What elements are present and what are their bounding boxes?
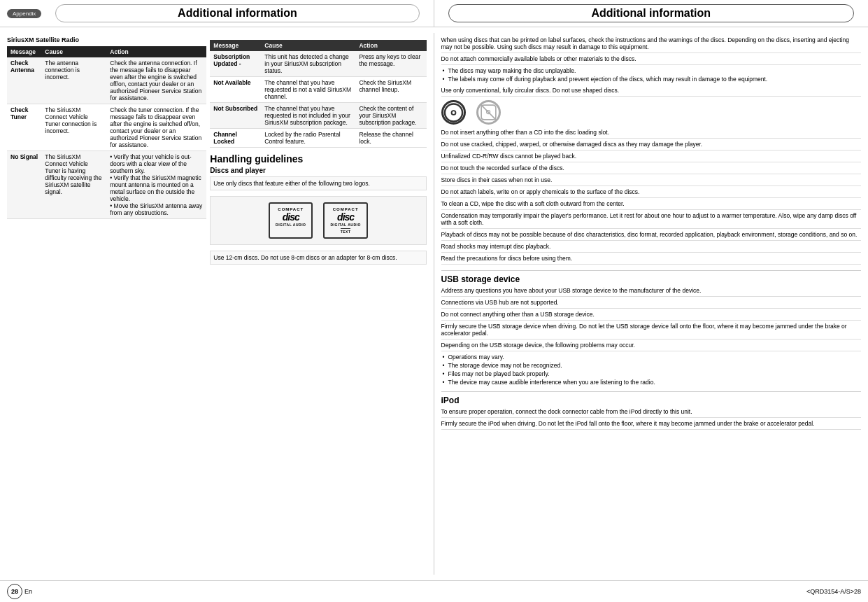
sirius-table-row: Check Antenna The antenna connection is … xyxy=(7,57,206,104)
usb-section: USB storage device Address any questions… xyxy=(441,270,862,386)
sirius-col-cause: Cause xyxy=(41,46,106,57)
subscription-handling-section: Message Cause Action Subscription Update… xyxy=(210,36,426,265)
left-column: SiriusXM Satellite Radio Message Cause A… xyxy=(0,33,434,575)
header-title-right: Additional information xyxy=(448,4,855,22)
disc-logo-2-text: TEXT xyxy=(341,228,351,234)
disc-rule-circular: Use only conventional, fully circular di… xyxy=(441,87,862,97)
sub-msg-2: Not Subscribed xyxy=(210,103,261,129)
appendix-tab: Appendix xyxy=(7,9,41,18)
disc-label-rule-1: Do not attach commercially available lab… xyxy=(441,55,862,65)
no-disc-icon xyxy=(476,100,501,125)
svg-line-3 xyxy=(481,105,496,120)
page-number: 28 xyxy=(7,584,22,599)
disc-rule-8: Playback of discs may not be possible be… xyxy=(441,231,862,241)
sub-action-1: Check the SiriusXM channel lineup. xyxy=(355,77,426,103)
discs-player-title: Discs and player xyxy=(210,167,426,174)
disc-rules-list: Do not insert anything other than a CD i… xyxy=(441,129,862,265)
sirius-table-header-row: Message Cause Action xyxy=(7,46,206,57)
ipod-rule-0: To ensure proper operation, connect the … xyxy=(441,408,862,418)
usb-bullet-0: Operations may vary. xyxy=(441,354,862,360)
sub-col-action: Action xyxy=(355,40,426,51)
usb-rules-list: Address any questions you have about you… xyxy=(441,287,862,351)
disc-logo-2-main: disc xyxy=(337,211,354,223)
ipod-section: iPod To ensure proper operation, connect… xyxy=(441,391,862,430)
sub-cause-0: This unit has detected a change in your … xyxy=(261,51,355,77)
usb-bullet-2: Files may not be played back properly. xyxy=(441,370,862,377)
disc-label-rules: When using discs that can be printed on … xyxy=(441,36,862,83)
conventional-disc-text: Use only conventional, fully circular di… xyxy=(441,87,862,125)
sub-table-row: Channel Locked Locked by the radio Paren… xyxy=(210,129,426,148)
disc-rule-4: Store discs in their cases when not in u… xyxy=(441,176,862,186)
disc-rule-6: To clean a CD, wipe the disc with a soft… xyxy=(441,200,862,210)
disc-logo-1: COMPACT disc DIGITAL AUDIO xyxy=(269,202,313,239)
sirius-cause-2: The SiriusXM Connect Vehicle Tuner is ha… xyxy=(41,151,106,219)
sirius-msg-2: No Signal xyxy=(7,151,41,219)
use-12cm-text: Use 12-cm discs. Do not use 8-cm discs o… xyxy=(210,251,426,265)
sub-table-row: Subscription Updated - This unit has det… xyxy=(210,51,426,77)
sub-msg-0: Subscription Updated - xyxy=(210,51,261,77)
sub-cause-1: The channel that you have requested is n… xyxy=(261,77,355,103)
header-title-left: Additional information xyxy=(55,4,419,22)
disc-logo-2-sub: DIGITAL AUDIO xyxy=(330,223,360,227)
sirius-col-message: Message xyxy=(7,46,41,57)
sub-msg-1: Not Available xyxy=(210,77,261,103)
sirius-action-1: Check the tuner connection. If the messa… xyxy=(106,104,206,151)
svg-point-1 xyxy=(451,111,455,115)
model-code: <QRD3154-A/S>28 xyxy=(806,588,861,595)
ipod-section-title: iPod xyxy=(441,391,862,405)
disc-rule-5: Do not attach labels, write on or apply … xyxy=(441,188,862,198)
usb-rule-3: Firmly secure the USB storage device whe… xyxy=(441,323,862,340)
disc-guidelines: Use only conventional, fully circular di… xyxy=(441,87,862,430)
sub-msg-3: Channel Locked xyxy=(210,129,261,148)
sub-col-cause: Cause xyxy=(261,40,355,51)
usb-bullets-list: Operations may vary.The storage device m… xyxy=(441,354,862,386)
handling-section: Handling guidelines Discs and player Use… xyxy=(210,153,426,265)
sub-cause-2: The channel that you have requested is n… xyxy=(261,103,355,129)
left-inner: SiriusXM Satellite Radio Message Cause A… xyxy=(7,36,427,265)
sub-table-header-row: Message Cause Action xyxy=(210,40,426,51)
page-header: Appendix Additional information Addition… xyxy=(0,0,868,27)
svg-point-0 xyxy=(444,104,462,121)
sub-table-row: Not Subscribed The channel that you have… xyxy=(210,103,426,129)
sirius-table-row: Check Tuner The SiriusXM Connect Vehicle… xyxy=(7,104,206,151)
disc-label-section: When using discs that can be printed on … xyxy=(441,36,862,83)
usb-rule-0: Address any questions you have about you… xyxy=(441,287,862,297)
sirius-table: Message Cause Action Check Antenna The a… xyxy=(7,46,206,219)
disc-rule-10: Read the precautions for discs before us… xyxy=(441,255,862,265)
sirius-cause-0: The antenna connection is incorrect. xyxy=(41,57,106,104)
disc-rule-7: Condensation may temporarily impair the … xyxy=(441,212,862,229)
disc-rule-2: Unfinalized CD-R/RW discs cannot be play… xyxy=(441,153,862,162)
ipod-rules-list: To ensure proper operation, connect the … xyxy=(441,408,862,430)
sirius-action-0: Check the antenna connection. If the mes… xyxy=(106,57,206,104)
right-column: When using discs that can be printed on … xyxy=(434,33,869,575)
sirius-action-2: • Verify that your vehicle is out-doors … xyxy=(106,151,206,219)
sirius-msg-1: Check Tuner xyxy=(7,104,41,151)
sirius-section-title: SiriusXM Satellite Radio xyxy=(7,36,206,43)
sirius-table-row: No Signal The SiriusXM Connect Vehicle T… xyxy=(7,151,206,219)
sub-cause-3: Locked by the radio Parental Control fea… xyxy=(261,129,355,148)
disc-rule-0: Do not insert anything other than a CD i… xyxy=(441,129,862,139)
sub-action-0: Press any keys to clear the message. xyxy=(355,51,426,77)
sub-action-2: Check the content of your SiriusXM subsc… xyxy=(355,103,426,129)
header-left: Appendix Additional information xyxy=(0,0,434,27)
sub-col-message: Message xyxy=(210,40,261,51)
handling-title: Handling guidelines xyxy=(210,153,426,164)
disc-rule-1: Do not use cracked, chipped, warped, or … xyxy=(441,141,862,150)
page-footer: 28 En <QRD3154-A/S>28 xyxy=(0,580,868,602)
usb-rule-1: Connections via USB hub are not supporte… xyxy=(441,299,862,309)
main-content: SiriusXM Satellite Radio Message Cause A… xyxy=(0,27,868,580)
sub-table-row: Not Available The channel that you have … xyxy=(210,77,426,103)
disc-logo-2: COMPACT disc DIGITAL AUDIO TEXT xyxy=(323,202,367,239)
sub-action-3: Release the channel lock. xyxy=(355,129,426,148)
usb-rule-4: Depending on the USB storage device, the… xyxy=(441,342,862,351)
circular-disc-icon xyxy=(441,100,466,125)
sirius-msg-0: Check Antenna xyxy=(7,57,41,104)
disc-logos: COMPACT disc DIGITAL AUDIO COMPACT disc … xyxy=(210,196,426,245)
usb-bullet-3: The device may cause audible interferenc… xyxy=(441,379,862,386)
sirius-section: SiriusXM Satellite Radio Message Cause A… xyxy=(7,36,206,265)
ipod-rule-1: Firmly secure the iPod when driving. Do … xyxy=(441,420,862,430)
usb-bullet-1: The storage device may not be recognized… xyxy=(441,362,862,369)
header-right: Additional information xyxy=(434,0,869,27)
disc-label-bullet-0: The discs may warp making the disc unpla… xyxy=(441,67,862,74)
disc-label-bullet-1: The labels may come off during playback … xyxy=(441,76,862,83)
